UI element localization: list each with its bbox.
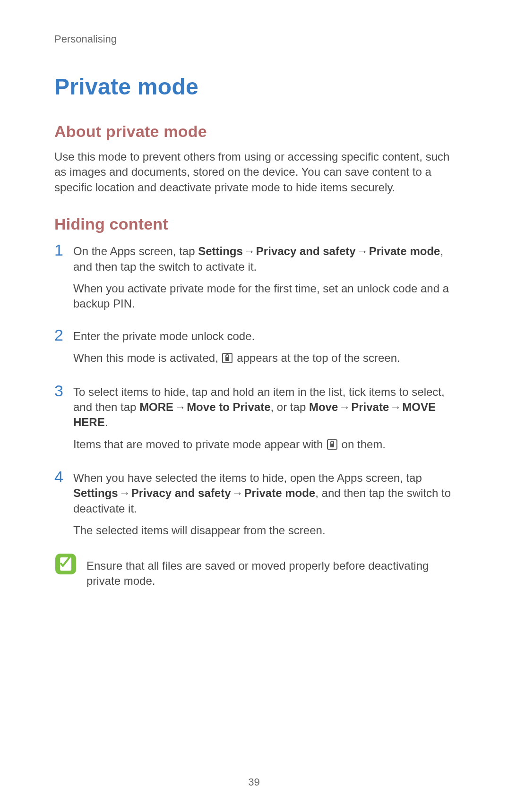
step-number: 1	[54, 242, 73, 258]
bold: Move to Private	[187, 401, 270, 413]
note: Ensure that all files are saved or moved…	[54, 556, 458, 589]
step-body: Enter the private mode unlock code. When…	[73, 329, 458, 368]
step-body: On the Apps screen, tap Settings→Privacy…	[73, 244, 458, 312]
text: On the Apps screen, tap	[73, 245, 198, 257]
text: appears at the top of the screen.	[233, 351, 400, 364]
about-body: Use this mode to prevent others from usi…	[54, 149, 458, 195]
arrow-icon: →	[119, 487, 130, 499]
text: When this mode is activated,	[73, 351, 221, 364]
hiding-heading: Hiding content	[54, 215, 458, 233]
bold: Move	[309, 401, 338, 413]
page-title: Private mode	[54, 74, 458, 100]
step-3: 3 To select items to hide, tap and hold …	[54, 385, 458, 454]
arrow-icon: →	[244, 245, 255, 257]
step-body: When you have selected the items to hide…	[73, 470, 458, 538]
step-body: To select items to hide, tap and hold an…	[73, 385, 458, 454]
text: .	[105, 416, 108, 428]
bold: Private mode	[369, 245, 440, 257]
private-status-icon	[222, 352, 232, 367]
bold: Private	[351, 401, 389, 413]
private-item-icon	[327, 438, 337, 453]
arrow-icon: →	[232, 487, 243, 499]
bold: Settings	[198, 245, 243, 257]
text: The selected items will disappear from t…	[73, 523, 458, 538]
text: Items that are moved to private mode app…	[73, 438, 326, 451]
note-icon	[54, 553, 77, 575]
svg-rect-1	[225, 357, 229, 361]
about-heading: About private mode	[54, 122, 458, 141]
text: When you have selected the items to hide…	[73, 471, 422, 484]
page-number: 39	[0, 776, 508, 788]
note-text: Ensure that all files are saved or moved…	[86, 556, 458, 589]
bold: Privacy and safety	[131, 487, 231, 499]
step-2: 2 Enter the private mode unlock code. Wh…	[54, 329, 458, 368]
step-number: 3	[54, 383, 73, 399]
step-1: 1 On the Apps screen, tap Settings→Priva…	[54, 244, 458, 312]
step-number: 2	[54, 327, 73, 343]
bold: MORE	[139, 401, 173, 413]
section-header: Personalising	[54, 33, 458, 45]
text: Enter the private mode unlock code.	[73, 329, 458, 344]
arrow-icon: →	[390, 401, 401, 413]
text: When you activate private mode for the f…	[73, 281, 458, 312]
step-number: 4	[54, 469, 73, 485]
steps-list: 1 On the Apps screen, tap Settings→Priva…	[54, 244, 458, 538]
bold: Private mode	[244, 487, 315, 499]
bold: Privacy and safety	[256, 245, 356, 257]
arrow-icon: →	[174, 401, 186, 413]
svg-rect-3	[330, 444, 334, 447]
step-4: 4 When you have selected the items to hi…	[54, 470, 458, 538]
arrow-icon: →	[357, 245, 368, 257]
text: on them.	[338, 438, 386, 451]
arrow-icon: →	[339, 401, 350, 413]
text: , or tap	[271, 401, 309, 413]
bold: Settings	[73, 487, 118, 499]
